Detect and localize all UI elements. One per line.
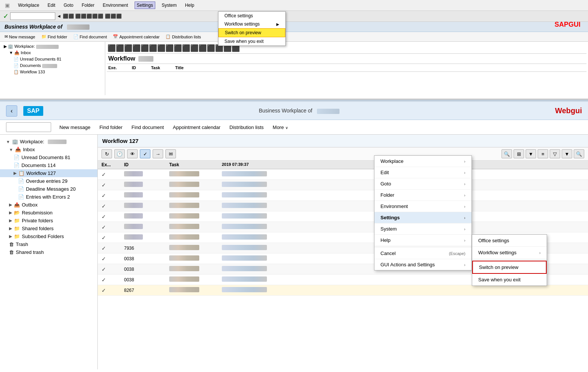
menu-settings[interactable]: Settings <box>135 2 155 9</box>
settings-office[interactable]: Office settings <box>472 235 547 247</box>
sidebar-item-errors[interactable]: 📄 Entries with Errors 2 <box>0 193 97 201</box>
check-icon: ✓ <box>102 287 124 293</box>
menu-workplace[interactable]: Workplace <box>16 2 41 9</box>
sidebar-item-deadline[interactable]: 📄 Deadline Messages 20 <box>0 185 97 193</box>
sidebar-item-outbox[interactable]: ▶ 📤 Outbox <box>0 201 97 209</box>
sidebar-item-inbox[interactable]: ▼ 📥 Inbox <box>0 146 97 153</box>
webgui-distribution[interactable]: Distribution lists <box>229 123 264 132</box>
sapgui-menu-save-exit[interactable]: Save when you exit <box>218 37 285 46</box>
dropdown-btn-2[interactable]: ▼ <box>562 149 572 158</box>
preview-btn[interactable]: 👁 <box>127 149 138 158</box>
expand-icon-wf127: ▶ <box>14 171 17 176</box>
folder-sub-icon: 📁 <box>14 234 20 239</box>
grid-btn[interactable]: ⊞ <box>514 149 524 158</box>
expand-icon-resub: ▶ <box>9 210 12 215</box>
sapgui-menu-office-settings[interactable]: Office settings <box>218 12 285 20</box>
ctx-cancel[interactable]: Cancel (Escape) <box>374 248 471 259</box>
webgui-navbar: New message Find folder Find document Ap… <box>0 120 588 135</box>
list-btn[interactable]: ≡ <box>538 149 548 158</box>
doc-icon-deadline: 📄 <box>18 186 24 192</box>
calendar-icon: 📅 <box>113 34 118 39</box>
sidebar-item-shared-folders[interactable]: ▶ 📁 Shared folders <box>0 225 97 232</box>
mail-btn[interactable]: ✉ <box>165 149 176 158</box>
search-icon-btn[interactable]: 🔍 <box>574 149 584 158</box>
find-document-btn[interactable]: 📄 Find document <box>72 33 109 40</box>
sidebar-item-documents[interactable]: 📄 Documents 114 <box>0 161 97 169</box>
menu-environment[interactable]: Environment <box>101 2 130 9</box>
sapgui-menu-workflow-settings[interactable]: Workflow settings ▶ <box>218 20 285 28</box>
toolbar-icons: ⬛⬛ ⬛⬛⬛⬛⬛ ⬛⬛⬛ <box>63 14 122 19</box>
ctx-workplace[interactable]: Workplace › <box>374 156 471 167</box>
webgui-brand-label: Webgui <box>555 106 582 115</box>
back-button[interactable]: ‹ <box>6 105 17 117</box>
ctx-goto[interactable]: Goto › <box>374 178 471 190</box>
settings-workflow[interactable]: Workflow settings › <box>472 247 547 259</box>
ctx-environment[interactable]: Environment › <box>374 201 471 212</box>
ctx-help[interactable]: Help › <box>374 235 471 246</box>
sidebar-item-trash[interactable]: 🗑 Trash <box>0 240 97 248</box>
sidebar-item-resubmission[interactable]: ▶ 📂 Resubmission <box>0 209 97 217</box>
table-row[interactable]: ✓ 8267 <box>98 285 588 296</box>
sapgui-menu-switch-preview[interactable]: Switch on preview <box>218 28 285 37</box>
folder-private-icon: 📁 <box>14 218 20 223</box>
sapgui-command-input[interactable] <box>10 12 55 20</box>
sapgui-label-bar: Business Workplace of <box>0 22 588 32</box>
shared-trash-icon: 🗑 <box>9 249 14 255</box>
tree-workflow: 📋 Workflow 133 <box>3 69 102 75</box>
dropdown-btn-1[interactable]: ▼ <box>526 149 536 158</box>
ctx-gui-actions[interactable]: GUI Actions and Settings › <box>374 259 471 270</box>
table-row[interactable]: ✓ <box>98 211 588 222</box>
filter-btn[interactable]: ▽ <box>550 149 560 158</box>
ctx-folder[interactable]: Folder › <box>374 190 471 201</box>
table-row[interactable]: ✓ <box>98 169 588 180</box>
webgui-find-document[interactable]: Find document <box>131 123 165 132</box>
ctx-settings[interactable]: Settings › <box>374 212 471 223</box>
sidebar-item-subscribed-folders[interactable]: ▶ 📁 Subscribed Folders <box>0 232 97 240</box>
table-row[interactable]: ✓ <box>98 222 588 232</box>
webgui-more[interactable]: More ∨ <box>272 123 288 132</box>
check-icon: ✓ <box>102 266 124 272</box>
find-folder-btn[interactable]: 📁 Find folder <box>40 33 69 40</box>
refresh-btn[interactable]: ↻ <box>102 149 112 158</box>
distribution-btn[interactable]: 📋 Distribution lists <box>164 33 202 40</box>
menu-goto[interactable]: Goto <box>62 2 75 9</box>
table-row[interactable]: ✓ <box>98 201 588 211</box>
sidebar-item-unread[interactable]: 📄 Unread Documents 81 <box>0 153 97 161</box>
table-row[interactable]: ✓ <box>98 180 588 190</box>
ctx-edit[interactable]: Edit › <box>374 167 471 178</box>
sapgui-brand-label: SAPGUI <box>555 21 580 29</box>
inbox-icon: 📥 <box>15 147 21 152</box>
menu-system[interactable]: System <box>160 2 179 9</box>
settings-switch-preview[interactable]: Switch on preview <box>472 261 547 274</box>
settings-save-exit[interactable]: Save when you exit <box>472 274 547 285</box>
arrow-right-icon: › <box>464 204 465 209</box>
doc-icon-errors: 📄 <box>18 194 24 200</box>
sapgui-menubar: ▣ Workplace Edit Goto Folder Environment… <box>0 0 588 11</box>
clock-btn[interactable]: 🕐 <box>114 149 125 158</box>
forward-btn[interactable]: → <box>153 149 163 158</box>
webgui-find-folder[interactable]: Find folder <box>99 123 123 132</box>
sidebar-item-shared-trash[interactable]: 🗑 Shared trash <box>0 248 97 256</box>
sidebar-item-workflow-127[interactable]: ▶ 📋 Workflow 127 <box>0 169 97 177</box>
doc-search-icon: 📄 <box>73 34 79 39</box>
webgui-appointment[interactable]: Appointment calendar <box>172 123 221 132</box>
table-row[interactable]: ✓ <box>98 190 588 201</box>
arrow-right-icon-wf: › <box>539 251 541 255</box>
webgui-new-message[interactable]: New message <box>59 123 91 132</box>
sidebar-item-workplace[interactable]: ▼ 🏢 Workplace: <box>0 138 97 146</box>
sapgui-workflow-header: Workflow <box>107 54 586 64</box>
nav-back-icon[interactable]: ◄ <box>57 14 61 19</box>
resubmit-icon: 📂 <box>14 210 20 216</box>
menu-help[interactable]: Help <box>183 2 196 9</box>
webgui-search-input[interactable] <box>6 122 51 132</box>
zoom-btn[interactable]: 🔍 <box>502 149 512 158</box>
appointment-btn[interactable]: 📅 Appointment calendar <box>111 33 161 40</box>
new-message-btn[interactable]: ✉ New message <box>3 33 37 40</box>
sidebar-item-overdue[interactable]: 📄 Overdue entries 29 <box>0 177 97 185</box>
accept-btn[interactable]: ✓ <box>140 149 150 158</box>
menu-folder[interactable]: Folder <box>80 2 96 9</box>
sidebar-item-private-folders[interactable]: ▶ 📁 Private folders <box>0 217 97 225</box>
expand-icon-shared: ▶ <box>9 226 12 231</box>
ctx-system[interactable]: System › <box>374 223 471 235</box>
menu-edit[interactable]: Edit <box>45 2 57 9</box>
